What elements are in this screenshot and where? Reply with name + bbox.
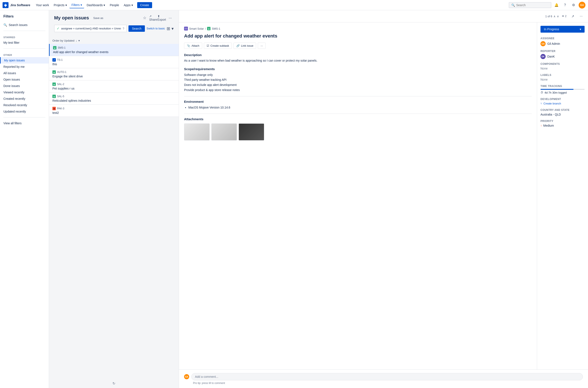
issue-title: Pet supplies r us	[52, 87, 175, 90]
help-icon[interactable]: ?	[123, 27, 124, 30]
table-row[interactable]: ▲ SMS-1 Add app alert for changed weathe…	[49, 44, 179, 56]
sidebar-item-resolved-recently[interactable]: Resolved recently	[0, 102, 49, 108]
chevron-down-icon: ▾	[66, 3, 67, 7]
logo[interactable]: Jira Software	[2, 2, 30, 8]
order-by-label: Order by Updated	[52, 39, 74, 42]
description-text: As a user I want to know when bad weathe…	[184, 58, 532, 63]
labels-label: Labels	[541, 73, 585, 76]
sidebar-item-created-recently[interactable]: Created recently	[0, 96, 49, 102]
breadcrumb: SS Smart Solar / ▲ SMS-1	[184, 27, 532, 30]
env-list: MacOS Mojave Version 10.14.6	[184, 105, 532, 110]
subtask-icon: ☑	[207, 44, 209, 47]
issues-panel: My open issues Save as ☆ ↗ Share ⬆ Expor…	[49, 10, 179, 388]
divider	[3, 117, 45, 118]
settings-button[interactable]: ⚙	[570, 2, 577, 8]
attachments-row	[184, 123, 532, 141]
nav-apps[interactable]: Apps ▾	[122, 2, 135, 8]
sidebar-item-reported-by-me[interactable]: Reported by me	[0, 64, 49, 70]
issue-title: Engage the silent drive	[52, 75, 175, 78]
breadcrumb-issue-key[interactable]: ▲ SMS-1	[207, 27, 220, 30]
table-row[interactable]: ▲ SAL-2 Pet supplies r us	[49, 80, 179, 93]
search-button[interactable]: Search	[129, 25, 145, 32]
components-section: Components None	[541, 62, 585, 70]
attachment-thumb[interactable]	[211, 123, 237, 141]
nav-dashboards[interactable]: Dashboards ▾	[85, 2, 107, 8]
issue-actions-row: 📎 Attach ☑ Create subtask 🔗 Link issue	[184, 43, 532, 49]
share-detail-button[interactable]: ↗	[569, 13, 576, 20]
issue-type-icon: ▲	[52, 70, 56, 74]
order-row[interactable]: Order by Updated ↓ ▾	[49, 37, 179, 44]
sidebar-item-search-issues[interactable]: 🔍 Search issues	[0, 22, 49, 28]
assignee-section: Assignee GA Gil Admin	[541, 37, 585, 46]
help-button[interactable]: ?	[562, 2, 568, 8]
more-actions-button[interactable]: ···	[258, 43, 266, 49]
sidebar-item-all-issues[interactable]: All issues	[0, 70, 49, 76]
detail-main: SS Smart Solar / ▲ SMS-1 Add app alert f…	[179, 22, 588, 369]
query-input[interactable]	[61, 27, 121, 30]
sort-down-icon: ↓	[76, 39, 77, 42]
project-icon: SS	[184, 27, 188, 30]
sidebar-item-view-all-filters[interactable]: View all filters	[0, 120, 49, 126]
prev-icon[interactable]: ∧	[553, 15, 556, 18]
create-branch-button[interactable]: ⑂ Create branch	[541, 102, 585, 105]
watch-button[interactable]: 👁 2	[561, 13, 567, 20]
share-icon[interactable]: ↗ Share	[150, 15, 157, 21]
more-options-icon[interactable]: ···	[167, 15, 174, 21]
time-tracking-label: Time tracking	[541, 85, 585, 88]
issue-title: Add app alert for changed weather events	[53, 50, 175, 54]
issue-key: AUTO-1	[57, 71, 67, 73]
issue-type-icon: ▲	[52, 95, 56, 98]
refresh-row: ↻	[49, 379, 179, 388]
issue-key: SMS-1	[58, 46, 66, 49]
create-subtask-button[interactable]: ☑ Create subtask	[204, 43, 232, 49]
query-input-wrapper[interactable]: ✓ ?	[54, 25, 127, 32]
link-issue-button[interactable]: 🔗 Link issue	[233, 43, 256, 49]
issues-title: My open issues	[54, 15, 89, 21]
nav-people[interactable]: People	[108, 2, 121, 8]
labels-value: None	[541, 78, 585, 81]
sidebar-item-updated-recently[interactable]: Updated recently	[0, 108, 49, 115]
attachment-thumb[interactable]	[184, 123, 210, 141]
table-row[interactable]: ▲ SAL-5 Reticulated splines industries	[49, 93, 179, 105]
refresh-icon[interactable]: ↻	[113, 381, 115, 386]
sidebar-item-open-issues[interactable]: Open issues	[0, 76, 49, 83]
create-button[interactable]: Create	[137, 2, 152, 8]
star-icon[interactable]: ☆	[141, 15, 148, 21]
breadcrumb-project[interactable]: SS Smart Solar	[184, 27, 204, 30]
user-avatar[interactable]: GA	[579, 2, 586, 8]
table-row[interactable]: ✓ TS-1 this	[49, 56, 179, 68]
sidebar-item-my-test-filter[interactable]: My test filter	[0, 39, 49, 46]
topnav-nav: Your work Projects ▾ Filters ▾ Dashboard…	[34, 2, 509, 8]
clock-icon: ⏱	[541, 91, 543, 94]
branch-icon: ⑂	[541, 102, 542, 105]
sidebar-item-viewed-recently[interactable]: Viewed recently	[0, 89, 49, 96]
next-icon[interactable]: ∨	[557, 15, 559, 18]
table-row[interactable]: 🐞 PAK-3 test2	[49, 105, 179, 117]
save-as-button[interactable]: Save as	[91, 16, 105, 21]
sidebar-item-my-open-issues[interactable]: My open issues	[0, 57, 49, 64]
issue-type-icon: ▲	[52, 82, 56, 86]
export-icon[interactable]: ⬆ Export	[158, 15, 165, 21]
issue-key: TS-1	[57, 58, 63, 61]
pro-tip: Pro tip: press M to comment	[193, 382, 583, 385]
more-detail-button[interactable]: ···	[578, 13, 585, 20]
properties-panel: In Progress ▾ Assignee GA Gil Admin Repo…	[537, 22, 588, 369]
status-button[interactable]: In Progress ▾	[541, 26, 585, 33]
chevron-down-icon: ▾	[132, 3, 133, 7]
switch-basic-button[interactable]: Switch to basic	[147, 27, 165, 30]
attach-button[interactable]: 📎 Attach	[184, 43, 202, 49]
search-box[interactable]: 🔍	[509, 2, 551, 8]
attachment-thumb[interactable]	[239, 123, 264, 141]
sidebar-item-done-issues[interactable]: Done issues	[0, 83, 49, 89]
issue-type-icon: 🐞	[52, 107, 56, 110]
table-row[interactable]: ▲ AUTO-1 Engage the silent drive	[49, 68, 179, 80]
nav-your-work[interactable]: Your work	[34, 2, 51, 8]
search-input[interactable]	[516, 3, 546, 7]
comment-input[interactable]: Add a comment...	[191, 373, 583, 380]
nav-filters[interactable]: Filters ▾	[69, 2, 84, 8]
assignee-label: Assignee	[541, 37, 585, 40]
nav-projects[interactable]: Projects ▾	[52, 2, 69, 8]
notifications-button[interactable]: 🔔	[553, 2, 560, 8]
view-toggle[interactable]: ⊞ ▾	[167, 26, 174, 31]
search-icon: 🔍	[511, 3, 515, 7]
